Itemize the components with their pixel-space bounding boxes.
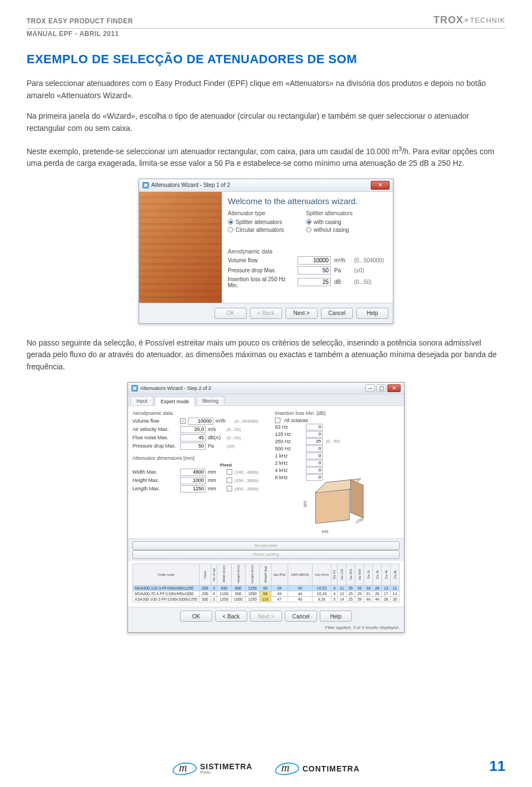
recalculate-button[interactable]: Recalculate xyxy=(132,541,400,550)
page-footer: SISTIMETRA Porto CONTIMETRA xyxy=(0,762,532,775)
volume-flow-input[interactable] xyxy=(298,256,331,265)
insertion-loss-label-2: Insertion loss Min. [dB] xyxy=(275,410,400,416)
wizard-step1-window: Attenuators Wizard - Step 1 of 2 ✕ Welco… xyxy=(139,179,393,324)
volume-flow-check[interactable]: ✓ xyxy=(180,418,186,424)
oct-8k-input[interactable] xyxy=(306,474,323,481)
volume-flow-label: Volume flow xyxy=(228,257,294,263)
dimensions-label: Attenuator dimensions [mm] xyxy=(132,455,269,461)
radio-without-casing[interactable]: without casing xyxy=(306,227,352,233)
result-row-1[interactable]: MSA200-110-3-PF/930x800x1250 2003 930800… xyxy=(133,586,400,591)
help-button[interactable]: Help xyxy=(356,308,388,319)
app-icon xyxy=(142,182,149,189)
insertion-loss-label: Insertion loss at 250 Hz Min. xyxy=(228,276,294,288)
back-button[interactable]: < Back xyxy=(250,308,282,319)
wizard-welcome: Welcome to the attenuators wizard. xyxy=(228,196,387,206)
oct-1k-input[interactable] xyxy=(306,453,323,459)
paragraph-3: Neste exemplo, pretende-se seleccionar u… xyxy=(27,144,505,170)
insertion-loss-input[interactable] xyxy=(298,278,331,286)
radio-with-casing[interactable]: with casing xyxy=(306,219,352,225)
help-button-2[interactable]: Help xyxy=(320,611,352,622)
oct-63-input[interactable] xyxy=(306,424,323,430)
paragraph-4: No passo seguinte da selecção, é Possíve… xyxy=(27,337,505,373)
tab-filtering[interactable]: filtering xyxy=(196,396,224,405)
result-row-3[interactable]: XSA300-100-3-PF/1200x1000x1250 3003 1200… xyxy=(133,597,400,602)
pressure-drop-input[interactable] xyxy=(298,266,331,275)
length-fixed-check[interactable] xyxy=(227,486,232,491)
results-table: Order code Thick. No.of spl. Width [mm] … xyxy=(132,563,400,602)
ok-button[interactable]: OK xyxy=(214,308,247,319)
header-sub: MANUAL EPF - ABRIL 2011 xyxy=(27,30,505,38)
page-title: EXEMPLO DE SELECÇÃO DE ATENUADORES DE SO… xyxy=(27,52,505,67)
radio-dot-icon xyxy=(306,219,311,225)
oct-4k-input[interactable] xyxy=(306,467,323,474)
radio-splitter[interactable]: Splitter attenuators xyxy=(228,219,284,225)
cancel-button-2[interactable]: Cancel xyxy=(285,611,317,622)
flow-noise-input[interactable] xyxy=(180,434,206,441)
page-number: 11 xyxy=(489,758,505,775)
splitter-type-label: Splitter attenuators xyxy=(306,210,352,216)
all-octaves-check[interactable] xyxy=(275,418,280,423)
paragraph-2: Na primeira janela do «Wizard», escolha … xyxy=(27,110,505,134)
close-button-2[interactable]: ✕ xyxy=(387,384,401,392)
width-fixed-check[interactable] xyxy=(227,469,232,475)
header-left: TROX EASY PRODUCT FINDER xyxy=(27,17,133,25)
cancel-button[interactable]: Cancel xyxy=(321,308,353,319)
trox-logo: TROX® TECHNIK xyxy=(433,14,505,26)
wizard-step2-window: Attenuators Wizard - Step 2 of 2 – ▢ ✕ I… xyxy=(127,382,405,633)
height-fixed-check[interactable] xyxy=(227,478,232,483)
attenuator-3d-icon: 800 940 1250 xyxy=(304,484,371,534)
air-velocity-input[interactable] xyxy=(180,426,206,433)
filter-status: Filter applied, 3 of 3 results displayed… xyxy=(132,625,400,630)
maximize-button[interactable]: ▢ xyxy=(376,384,386,392)
height-max-input[interactable] xyxy=(180,477,206,484)
radio-circular[interactable]: Circular attenuators xyxy=(228,227,284,233)
window-title-2: Attenuators Wizard - Step 2 of 2 xyxy=(140,385,211,391)
next-button-2[interactable]: Next > xyxy=(250,611,282,622)
radio-dot-icon xyxy=(306,227,311,232)
aero-data-label: Aerodynamic data xyxy=(228,248,387,255)
length-max-input[interactable] xyxy=(180,485,206,492)
ok-button-2[interactable]: OK xyxy=(180,611,212,622)
tab-input[interactable]: Input xyxy=(130,396,154,405)
attenuator-type-label: Attenuator type xyxy=(228,210,284,216)
pressure-drop-label: Pressure drop Max. xyxy=(228,267,294,273)
back-button-2[interactable]: < Back xyxy=(215,611,247,622)
app-icon xyxy=(131,385,138,392)
volume-flow-input-2[interactable] xyxy=(188,418,213,425)
next-button[interactable]: Next > xyxy=(285,308,318,319)
col-order-code[interactable]: Order code xyxy=(133,563,200,585)
oct-125-input[interactable] xyxy=(306,431,323,438)
reset-sorting-button[interactable]: Reset sorting xyxy=(132,550,400,559)
result-row-2[interactable]: MSA200-75-4-PF/1100x900x1000 2004 110090… xyxy=(133,591,400,597)
radio-dot-icon xyxy=(228,227,233,232)
radio-dot-icon xyxy=(228,219,233,225)
aero-data-label-2: Aerodynamic data xyxy=(132,410,269,416)
oct-500-input[interactable] xyxy=(306,445,323,452)
close-button[interactable]: ✕ xyxy=(371,181,390,190)
sistimetra-logo: SISTIMETRA Porto xyxy=(172,762,253,775)
tab-expert[interactable]: Expert mode xyxy=(155,397,195,406)
contimetra-logo: CONTIMETRA xyxy=(275,763,360,775)
oct-250-input[interactable] xyxy=(306,438,323,445)
wizard-illustration xyxy=(139,192,222,303)
minimize-button[interactable]: – xyxy=(365,384,375,392)
paragraph-1: Para seleccionar atenuadores com o Easy … xyxy=(27,78,505,101)
window-title: Attenuators Wizard - Step 1 of 2 xyxy=(151,182,230,188)
oct-2k-input[interactable] xyxy=(306,460,323,466)
width-max-input[interactable] xyxy=(180,469,206,476)
pressure-drop-input-2[interactable] xyxy=(180,443,206,450)
